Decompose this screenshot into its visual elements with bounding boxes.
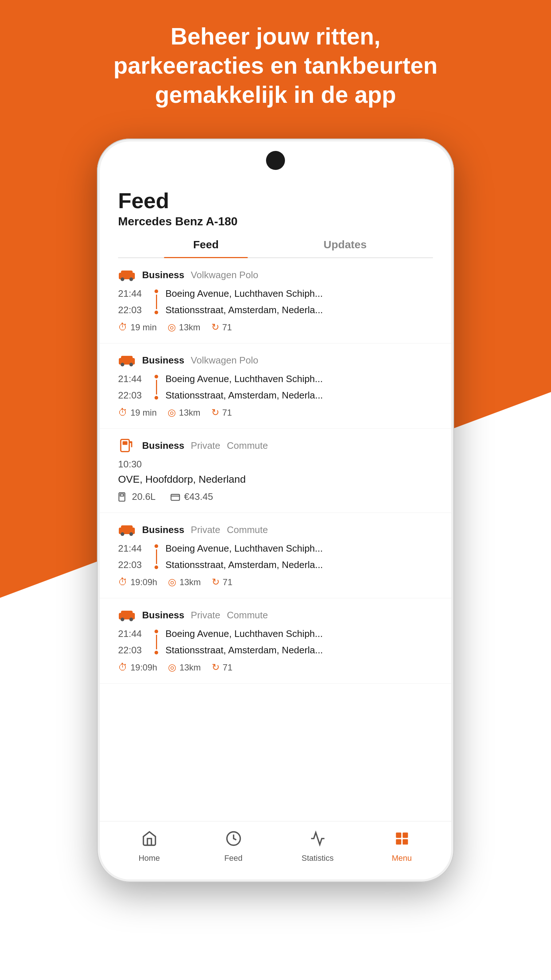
route-2: 21:44 22:03 Boeing Avenue, Luchthaven Sc… [118, 373, 433, 401]
distance-2: ◎ 13km [168, 407, 200, 418]
feed-item-2[interactable]: Business Volkwagen Polo 21:44 22:03 [100, 344, 451, 429]
tag-business-4: Business [142, 524, 184, 536]
from-time-4: 21:44 [118, 543, 147, 554]
from-address-5: Boeing Avenue, Luchthaven Schiph... [165, 628, 433, 640]
tag-commute-4: Commute [227, 524, 268, 536]
bottom-nav: Home Feed [100, 821, 451, 880]
from-address-1: Boeing Avenue, Luchthaven Schiph... [165, 288, 433, 299]
svg-rect-9 [122, 441, 127, 445]
svg-point-3 [129, 277, 133, 281]
fuel-stats-3: 20.6L €43.45 [118, 491, 433, 503]
svg-point-7 [129, 363, 133, 366]
tab-feed[interactable]: Feed [136, 239, 275, 258]
route-times-1: 21:44 22:03 [118, 288, 147, 316]
app-header: Feed Mercedes Benz A-180 Feed Updates [100, 178, 451, 258]
nav-home-label: Home [138, 853, 160, 863]
distance-1: ◎ 13km [168, 321, 200, 333]
location-icon-2: ◎ [168, 407, 176, 418]
score-4: ↻ 71 [212, 576, 232, 588]
score-icon-5: ↻ [212, 662, 220, 673]
phone-inner: Feed Mercedes Benz A-180 Feed Updates [100, 142, 451, 880]
score-icon-4: ↻ [212, 576, 220, 588]
route-line-2 [154, 373, 158, 401]
svg-rect-28 [402, 839, 408, 845]
to-address-5: Stationsstraat, Amsterdam, Nederla... [165, 644, 433, 656]
tag-business-5: Business [142, 609, 184, 621]
route-times-4: 21:44 22:03 [118, 543, 147, 571]
svg-rect-5 [121, 356, 133, 360]
feed-item-4[interactable]: Business Private Commute 21:44 22:03 [100, 513, 451, 598]
feed-item-5[interactable]: Business Private Commute 21:44 22:03 [100, 598, 451, 684]
to-time-4: 22:03 [118, 559, 147, 571]
liters-3: 20.6L [118, 491, 156, 503]
home-icon [141, 830, 157, 851]
route-line-4 [154, 543, 158, 571]
hero-text: Beheer jouw ritten, parkeeracties en tan… [0, 22, 551, 110]
score-2: ↻ 71 [211, 407, 232, 418]
nav-feed[interactable]: Feed [191, 830, 275, 863]
svg-rect-1 [121, 270, 133, 275]
route-times-5: 21:44 22:03 [118, 628, 147, 656]
route-4: 21:44 22:03 Boeing Avenue, Luchthaven Sc… [118, 543, 433, 571]
app-content: Feed Mercedes Benz A-180 Feed Updates [100, 178, 451, 880]
to-address-1: Stationsstraat, Amsterdam, Nederla... [165, 304, 433, 316]
svg-rect-17 [121, 525, 133, 530]
fuel-icon-3 [118, 439, 135, 452]
from-address-2: Boeing Avenue, Luchthaven Schiph... [165, 373, 433, 385]
location-icon-4: ◎ [168, 576, 176, 588]
tab-updates[interactable]: Updates [275, 239, 415, 258]
nav-menu[interactable]: Menu [360, 830, 444, 863]
svg-rect-27 [396, 839, 401, 845]
feed-item-3[interactable]: Business Private Commute 10:30 OVE, Hoof… [100, 429, 451, 513]
duration-5: ⏱ 19:09h [118, 662, 157, 673]
route-addresses-4: Boeing Avenue, Luchthaven Schiph... Stat… [165, 543, 433, 571]
svg-point-22 [121, 617, 124, 621]
clock-icon-2: ⏱ [118, 407, 127, 418]
feed-list: Business Volkwagen Polo 21:44 22:03 [100, 258, 451, 876]
from-time-5: 21:44 [118, 628, 147, 640]
tab-bar: Feed Updates [118, 239, 433, 258]
cost-3: €43.45 [170, 491, 213, 503]
duration-1: ⏱ 19 min [118, 321, 157, 333]
distance-5: ◎ 13km [168, 662, 201, 673]
tag-private-5: Private [191, 609, 221, 621]
route-line-1 [154, 288, 158, 316]
svg-rect-11 [131, 442, 132, 447]
fuel-time-3: 10:30 [118, 459, 433, 470]
menu-icon [394, 830, 410, 851]
app-subtitle: Mercedes Benz A-180 [118, 215, 433, 228]
nav-home[interactable]: Home [107, 830, 191, 863]
svg-rect-25 [396, 833, 401, 838]
route-addresses-1: Boeing Avenue, Luchthaven Schiph... Stat… [165, 288, 433, 316]
location-icon-5: ◎ [168, 662, 176, 673]
score-5: ↻ 71 [212, 662, 232, 673]
car-icon-1 [118, 268, 135, 282]
feed-item-4-header: Business Private Commute [118, 523, 433, 536]
feed-icon [225, 830, 241, 851]
to-time-2: 22:03 [118, 390, 147, 401]
svg-point-18 [121, 532, 124, 536]
stats-row-1: ⏱ 19 min ◎ 13km ↻ 71 [118, 321, 433, 333]
nav-statistics[interactable]: Statistics [275, 830, 360, 863]
statistics-icon [310, 830, 326, 851]
tag-private-4: Private [191, 524, 221, 536]
clock-icon-1: ⏱ [118, 321, 127, 333]
score-icon-2: ↻ [211, 407, 219, 418]
route-times-2: 21:44 22:03 [118, 373, 147, 401]
svg-rect-26 [402, 833, 408, 838]
car-icon-2 [118, 354, 135, 367]
feed-item-1[interactable]: Business Volkwagen Polo 21:44 22:03 [100, 258, 451, 344]
app-title: Feed [118, 188, 433, 213]
tag-private-3: Private [191, 440, 221, 451]
clock-icon-4: ⏱ [118, 576, 127, 588]
svg-rect-13 [120, 494, 124, 496]
distance-4: ◎ 13km [168, 576, 201, 588]
svg-point-19 [129, 532, 133, 536]
route-addresses-2: Boeing Avenue, Luchthaven Schiph... Stat… [165, 373, 433, 401]
stats-row-5: ⏱ 19:09h ◎ 13km ↻ 71 [118, 662, 433, 673]
score-icon-1: ↻ [211, 321, 219, 333]
tag-commute-5: Commute [227, 609, 268, 621]
stats-row-4: ⏱ 19:09h ◎ 13km ↻ 71 [118, 576, 433, 588]
fuel-location-3: OVE, Hoofddorp, Nederland [118, 474, 433, 485]
clock-icon-5: ⏱ [118, 662, 127, 673]
